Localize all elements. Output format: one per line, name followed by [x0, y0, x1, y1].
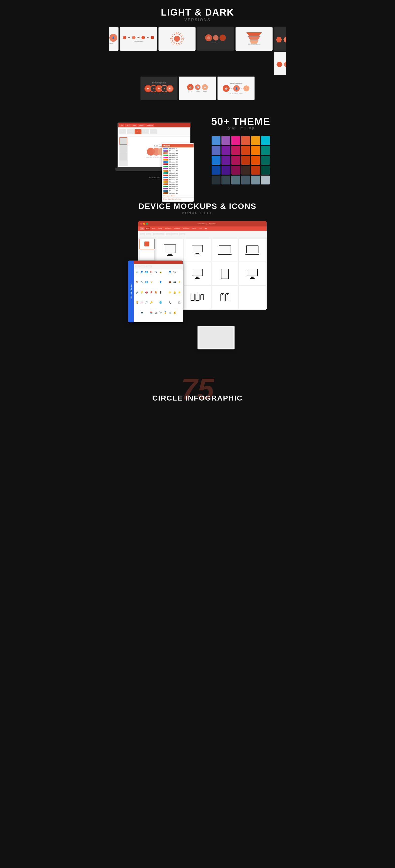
slide-thumb-hexlight: Circle Infographic	[274, 52, 286, 75]
icon-cell: 💼	[168, 281, 172, 290]
icon-cell: 🔔	[173, 291, 177, 301]
color-swatch-2	[222, 136, 230, 145]
section-title-sub: VERSIONS	[113, 18, 282, 22]
theme-item-28[interactable]: Massive - 28	[162, 190, 194, 192]
icon-bundle-window: LINE ICON BUNDLE Copy Paste Format 📊 👤 👥…	[128, 260, 183, 322]
section-theme: File Home Insert Design Transitions Aa A…	[109, 106, 286, 192]
tab-view[interactable]: View	[198, 227, 203, 230]
tab-home[interactable]: Home	[145, 227, 150, 230]
pp-btn-4[interactable]: Aa	[142, 129, 149, 134]
device-cell-notch-phones	[211, 286, 238, 309]
color-swatch-19	[211, 166, 221, 175]
tab-transitions[interactable]: Transitions	[164, 227, 172, 230]
ib-btn-3[interactable]: Format	[146, 266, 152, 268]
theme-item-21[interactable]: Massive - 21	[162, 174, 194, 176]
icon-cell: 📊	[135, 271, 139, 280]
theme-dropdown-customize[interactable]: Customize Colors...	[162, 194, 194, 197]
ribbon-btn-3[interactable]: Normal Format	[153, 233, 164, 235]
icon-cell: 📷	[173, 281, 177, 290]
theme-item-16[interactable]: Massive - 16	[162, 163, 194, 165]
pp-tab-design: Design	[138, 124, 145, 127]
devices-titlebar: DeviceMockup - PowerPoint	[138, 221, 267, 226]
tab-design[interactable]: Design	[157, 227, 163, 230]
theme-item-14[interactable]: Massive - 14	[162, 158, 194, 161]
color-swatch-21	[231, 166, 240, 175]
section-light-dark: LIGHT & DARK VERSIONS ☕ 👤 ⚙ 👤 Your title…	[109, 0, 286, 106]
color-swatch-25	[211, 176, 221, 184]
device-cell-phone-landscape	[184, 286, 210, 309]
tab-help[interactable]: Help	[204, 227, 208, 230]
win-btn-minimize[interactable]	[143, 223, 145, 225]
color-swatch-30	[261, 176, 270, 184]
tab-file[interactable]: File	[140, 227, 144, 230]
win-btn-close[interactable]	[140, 223, 142, 225]
icon-cell: 👤	[168, 271, 172, 280]
theme-item-26[interactable]: Massive - 26	[162, 185, 194, 187]
color-swatch-16	[241, 156, 250, 165]
section-devices-subtitle: BONUS FILES	[113, 211, 282, 215]
theme-section-subtitle: .XML FILES	[226, 127, 255, 131]
pp-btn-5[interactable]: Aa	[150, 129, 157, 134]
slide-panel-thumb-1[interactable]	[139, 239, 155, 249]
color-swatch-5	[251, 136, 260, 145]
ib-btn-1[interactable]: Copy	[135, 266, 140, 268]
device-cell-monitor-1	[157, 239, 183, 262]
icon-cell: 📋	[177, 301, 182, 311]
icon-cell: 🛒	[168, 311, 172, 321]
color-swatch-28	[241, 176, 250, 184]
theme-item-9[interactable]: Massive - 9	[162, 148, 194, 150]
ribbon-btn-2[interactable]: Paste	[146, 233, 152, 235]
theme-item-10[interactable]: Massive - 10	[162, 150, 194, 152]
theme-item-17[interactable]: Massive - 17	[162, 165, 194, 167]
theme-item-29[interactable]: Massive - 29	[162, 192, 194, 194]
slide-panel-thumb-2[interactable]	[139, 250, 155, 260]
theme-item-11[interactable]: Massive - 11	[162, 152, 194, 154]
tab-insert[interactable]: Insert	[151, 227, 157, 230]
ib-btn-2[interactable]: Paste	[140, 266, 146, 268]
hex-slide-thumb: Circle Infographic Your title here Addit…	[274, 27, 286, 51]
ribbon-btn-find[interactable]: Find	[166, 233, 171, 235]
color-swatch-15	[231, 156, 240, 165]
ribbon-btn-replace[interactable]: Replace	[171, 233, 178, 235]
pp-btn-1[interactable]: Aa	[119, 129, 126, 134]
devices-ribbon: Copy Paste Normal Format Find Replace Se…	[138, 231, 267, 238]
device-cell-empty	[239, 286, 266, 309]
theme-item-12[interactable]: Massive - 12	[162, 154, 194, 156]
pp-btn-2[interactable]: Aa	[127, 129, 134, 134]
theme-item-18[interactable]: Massive - 18	[162, 167, 194, 169]
theme-item-15[interactable]: Massive - 15	[162, 161, 194, 163]
ribbon-btn-select[interactable]: Select	[179, 233, 185, 235]
icon-cell: 🏅	[163, 311, 167, 321]
theme-item-20[interactable]: Massive - 20	[162, 172, 194, 174]
icon-cell: ⚖	[177, 311, 182, 321]
icon-cell: 💰	[173, 311, 177, 321]
icon-cell: 💬	[173, 271, 177, 280]
devices-tabs-row: File Home Insert Design Transitions Anim…	[138, 226, 267, 231]
pp-tab-file: File	[119, 124, 124, 127]
tab-slideshow[interactable]: Slide Show	[182, 227, 191, 230]
win-btn-maximize[interactable]	[146, 223, 148, 225]
color-swatch-18	[261, 156, 270, 165]
section-devices: DEVICE MOCKUPS & ICONS BONUS FILES Devic…	[109, 192, 286, 359]
tab-animations[interactable]: Animations	[173, 227, 182, 230]
theme-item-13[interactable]: Massive - 13	[162, 156, 194, 158]
pp-tab-insert: Insert	[131, 124, 137, 127]
color-swatch-20	[222, 166, 230, 175]
icon-cell: 🎯	[144, 291, 149, 301]
theme-item-27[interactable]: Massive - 27	[162, 187, 194, 190]
color-swatch-22	[241, 166, 250, 175]
theme-item-19[interactable]: Massive - 19	[162, 169, 194, 172]
icon-cell: ⏰	[149, 271, 153, 280]
section-devices-title: DEVICE MOCKUPS & ICONS	[113, 202, 282, 211]
icon-cell: ✈	[163, 281, 167, 290]
pp-btn-3[interactable]: Aa	[135, 129, 141, 134]
tab-review[interactable]: Review	[191, 227, 197, 230]
theme-dropdown-reset[interactable]: Reset Slide Theme Colors	[162, 197, 194, 200]
color-swatch-24	[261, 166, 270, 175]
theme-item-24[interactable]: Massive - 24	[162, 181, 194, 183]
theme-item-22[interactable]: Massive - 22	[162, 176, 194, 179]
device-cell-tablet	[211, 262, 238, 285]
ribbon-btn-1[interactable]: Copy	[140, 233, 145, 235]
theme-item-25[interactable]: Massive - 25	[162, 183, 194, 185]
theme-item-23[interactable]: Massive - 23	[162, 179, 194, 181]
